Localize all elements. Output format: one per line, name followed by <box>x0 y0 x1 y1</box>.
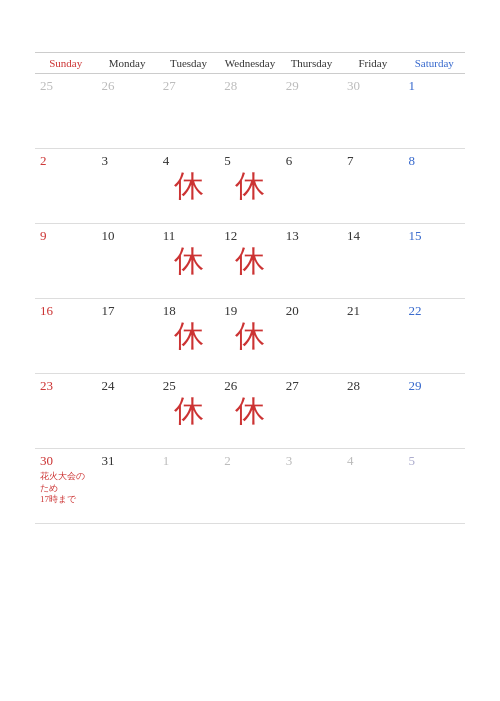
day-number: 5 <box>224 153 275 169</box>
calendar-row: 234休5休678 <box>35 149 465 224</box>
day-number: 3 <box>286 453 337 469</box>
rest-kanji: 休 <box>224 396 275 426</box>
day-number: 26 <box>101 78 152 94</box>
day-number: 26 <box>224 378 275 394</box>
calendar-cell: 12休 <box>219 224 280 299</box>
calendar-cell: 26休 <box>219 374 280 449</box>
weekday-header-monday: Monday <box>96 53 157 74</box>
day-number: 3 <box>101 153 152 169</box>
day-number: 30 <box>40 453 91 469</box>
weekday-header-thursday: Thursday <box>281 53 342 74</box>
day-number: 13 <box>286 228 337 244</box>
rest-kanji: 休 <box>163 321 214 351</box>
calendar-cell: 1 <box>158 449 219 524</box>
calendar-row: 161718休19休202122 <box>35 299 465 374</box>
day-number: 9 <box>40 228 91 244</box>
calendar-cell: 20 <box>281 299 342 374</box>
day-number: 24 <box>101 378 152 394</box>
calendar-cell: 29 <box>404 374 465 449</box>
calendar-row: 2526272829301 <box>35 74 465 149</box>
day-number: 5 <box>409 453 460 469</box>
calendar-cell: 26 <box>96 74 157 149</box>
calendar-cell: 1 <box>404 74 465 149</box>
day-number: 12 <box>224 228 275 244</box>
day-number: 1 <box>163 453 214 469</box>
calendar-cell: 21 <box>342 299 403 374</box>
calendar-row: 232425休26休272829 <box>35 374 465 449</box>
calendar-cell: 22 <box>404 299 465 374</box>
day-number: 28 <box>224 78 275 94</box>
day-number: 10 <box>101 228 152 244</box>
day-number: 4 <box>163 153 214 169</box>
day-number: 28 <box>347 378 398 394</box>
calendar-cell: 13 <box>281 224 342 299</box>
calendar-cell: 9 <box>35 224 96 299</box>
day-number: 25 <box>40 78 91 94</box>
day-number: 15 <box>409 228 460 244</box>
calendar-cell: 28 <box>219 74 280 149</box>
calendar-cell: 16 <box>35 299 96 374</box>
day-number: 18 <box>163 303 214 319</box>
day-number: 11 <box>163 228 214 244</box>
weekday-header-sunday: Sunday <box>35 53 96 74</box>
day-number: 22 <box>409 303 460 319</box>
calendar-cell: 30 <box>342 74 403 149</box>
calendar-grid: SundayMondayTuesdayWednesdayThursdayFrid… <box>35 52 465 681</box>
calendar-cell: 23 <box>35 374 96 449</box>
rest-kanji: 休 <box>163 171 214 201</box>
calendar-cell: 28 <box>342 374 403 449</box>
calendar-row: 30花火大会のため 17時まで3112345 <box>35 449 465 524</box>
calendar-cell: 18休 <box>158 299 219 374</box>
day-number: 29 <box>286 78 337 94</box>
month-header <box>35 30 465 32</box>
calendar-cell: 31 <box>96 449 157 524</box>
day-number: 14 <box>347 228 398 244</box>
rest-kanji: 休 <box>163 246 214 276</box>
calendar-cell: 27 <box>158 74 219 149</box>
day-number: 23 <box>40 378 91 394</box>
day-number: 27 <box>163 78 214 94</box>
rest-kanji: 休 <box>224 321 275 351</box>
calendar-cell: 24 <box>96 374 157 449</box>
day-number: 16 <box>40 303 91 319</box>
rest-kanji: 休 <box>163 396 214 426</box>
rest-kanji: 休 <box>224 246 275 276</box>
day-number: 31 <box>101 453 152 469</box>
calendar-cell: 17 <box>96 299 157 374</box>
day-number: 2 <box>224 453 275 469</box>
day-number: 7 <box>347 153 398 169</box>
calendar-cell: 10 <box>96 224 157 299</box>
calendar-cell: 6 <box>281 149 342 224</box>
calendar-cell: 4 <box>342 449 403 524</box>
calendar-cell: 19休 <box>219 299 280 374</box>
calendar-row: 91011休12休131415 <box>35 224 465 299</box>
weekday-header-wednesday: Wednesday <box>219 53 280 74</box>
weekday-header-saturday: Saturday <box>404 53 465 74</box>
day-number: 2 <box>40 153 91 169</box>
day-number: 19 <box>224 303 275 319</box>
calendar-cell: 25 <box>35 74 96 149</box>
day-number: 25 <box>163 378 214 394</box>
day-number: 4 <box>347 453 398 469</box>
calendar-cell: 3 <box>281 449 342 524</box>
day-number: 30 <box>347 78 398 94</box>
rest-kanji: 休 <box>224 171 275 201</box>
calendar-cell: 27 <box>281 374 342 449</box>
weekday-header-tuesday: Tuesday <box>158 53 219 74</box>
day-number: 29 <box>409 378 460 394</box>
calendar-cell: 8 <box>404 149 465 224</box>
calendar-cell: 11休 <box>158 224 219 299</box>
calendar-page: SundayMondayTuesdayWednesdayThursdayFrid… <box>0 0 500 701</box>
calendar-cell: 3 <box>96 149 157 224</box>
day-number: 8 <box>409 153 460 169</box>
day-number: 20 <box>286 303 337 319</box>
calendar-cell: 30花火大会のため 17時まで <box>35 449 96 524</box>
calendar-cell: 15 <box>404 224 465 299</box>
day-number: 6 <box>286 153 337 169</box>
calendar-cell: 5休 <box>219 149 280 224</box>
calendar-cell: 4休 <box>158 149 219 224</box>
calendar-header: SundayMondayTuesdayWednesdayThursdayFrid… <box>35 53 465 74</box>
day-number: 27 <box>286 378 337 394</box>
calendar-cell: 2 <box>219 449 280 524</box>
calendar-cell: 25休 <box>158 374 219 449</box>
